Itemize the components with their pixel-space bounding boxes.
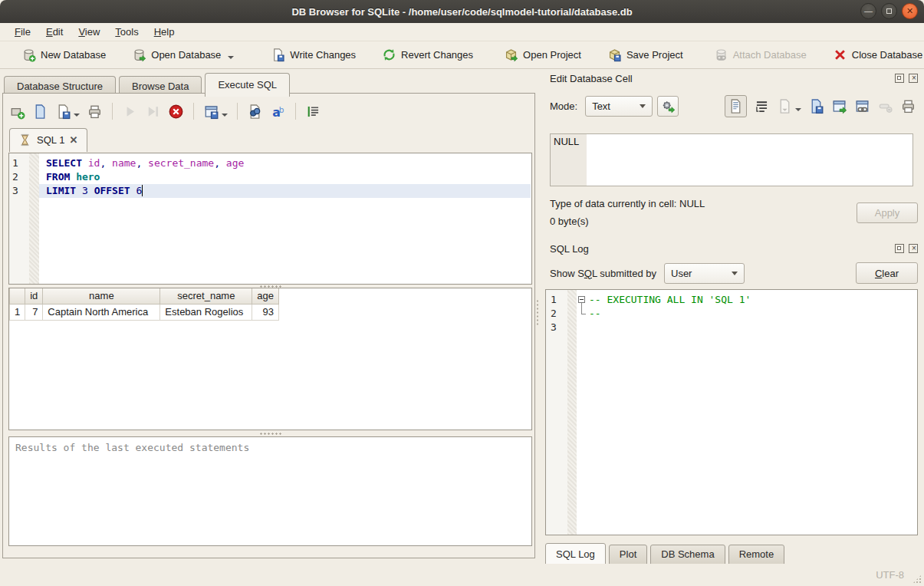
write-changes-button[interactable]: Write Changes xyxy=(263,44,363,66)
revert-changes-icon xyxy=(382,48,396,62)
dock-tab-sql-log[interactable]: SQL Log xyxy=(545,543,606,565)
table-cell[interactable]: Esteban Rogelios xyxy=(160,304,252,320)
format-sql-button[interactable] xyxy=(305,104,321,120)
sql-file-tab[interactable]: SQL 1 ✕ xyxy=(9,128,87,152)
fold-guide-line xyxy=(581,303,582,314)
menu-view[interactable]: View xyxy=(71,25,107,39)
log-filter-select[interactable]: User xyxy=(664,263,745,284)
save-as-button[interactable] xyxy=(808,98,824,114)
stop-execution-button[interactable] xyxy=(168,104,184,120)
execution-message-area[interactable]: Results of the last executed statements xyxy=(8,436,532,546)
cell-value-editor[interactable]: NULL xyxy=(550,133,913,186)
cell-value: NULL xyxy=(554,136,579,147)
mode-select[interactable]: Text xyxy=(585,96,653,117)
fold-collapse-icon[interactable] xyxy=(578,296,585,303)
close-database-button[interactable]: Close Database xyxy=(825,44,924,66)
dropdown-arrow-icon[interactable] xyxy=(228,56,234,59)
execute-sql-pane: ab SQL 1 ✕ 1SELECT id, name, secret_name… xyxy=(2,93,535,558)
open-database-button[interactable]: Open Database xyxy=(124,44,242,66)
log-fold-margin xyxy=(567,290,577,535)
tab-execute-sql[interactable]: Execute SQL xyxy=(205,73,290,97)
save-project-button[interactable]: Save Project xyxy=(600,44,691,66)
edit-cell-panel-header: Edit Database Cell × xyxy=(541,71,924,86)
open-in-external-app-button[interactable] xyxy=(657,96,679,117)
table-cell[interactable]: 7 xyxy=(25,304,43,320)
open-database-icon xyxy=(132,48,146,62)
sql-editor[interactable]: 1SELECT id, name, secret_name, age2FROM … xyxy=(8,153,532,285)
format-sql-icon xyxy=(305,104,321,120)
set-null-icon xyxy=(877,98,893,114)
vertical-splitter[interactable] xyxy=(536,299,539,325)
column-header-secret-name[interactable]: secret_name xyxy=(160,288,252,304)
dock-tab-db-schema[interactable]: DB Schema xyxy=(650,545,725,565)
print-sql-button[interactable] xyxy=(87,104,103,120)
line-number: 3 xyxy=(12,184,26,198)
menu-help[interactable]: Help xyxy=(147,25,182,39)
close-panel-icon[interactable]: × xyxy=(909,74,918,83)
print-cell-button[interactable] xyxy=(900,98,916,114)
new-database-button[interactable]: New Database xyxy=(14,44,113,66)
resize-grip[interactable] xyxy=(912,574,922,584)
save-sql-file-icon xyxy=(55,104,71,120)
column-header-id[interactable]: id xyxy=(25,288,43,304)
save-sql-file-button[interactable] xyxy=(55,104,80,120)
text-mode-icon xyxy=(728,98,744,114)
open-sql-file-button[interactable] xyxy=(32,104,48,120)
attach-database-button[interactable]: Attach Database xyxy=(706,44,814,66)
minimize-button[interactable]: ― xyxy=(860,3,876,19)
revert-changes-label: Revert Changes xyxy=(401,49,473,61)
auto-complete-button[interactable]: ab xyxy=(270,104,286,120)
float-panel-icon[interactable] xyxy=(895,244,904,253)
export-data-button[interactable] xyxy=(831,98,847,114)
copy-link-button[interactable] xyxy=(854,98,870,114)
menu-tools[interactable]: Tools xyxy=(108,25,145,39)
close-panel-icon[interactable]: × xyxy=(909,244,918,253)
export-data-icon xyxy=(831,98,847,114)
open-database-label: Open Database xyxy=(151,49,221,61)
text-mode-button[interactable] xyxy=(725,95,747,117)
apply-button[interactable]: Apply xyxy=(857,202,918,223)
new-sql-tab-button[interactable] xyxy=(9,104,25,120)
save-results-button[interactable] xyxy=(203,104,228,120)
table-cell[interactable]: 93 xyxy=(252,304,279,320)
save-project-icon xyxy=(607,48,622,62)
find-text-button[interactable] xyxy=(247,104,263,120)
sql-code-line: LIMIT 3 OFFSET 6 xyxy=(39,184,531,198)
write-changes-label: Write Changes xyxy=(290,49,356,61)
menu-edit[interactable]: Edit xyxy=(39,25,70,39)
dropdown-arrow-icon[interactable] xyxy=(222,114,228,117)
dropdown-arrow-icon[interactable] xyxy=(74,114,80,117)
open-project-button[interactable]: Open Project xyxy=(496,44,589,66)
sql-log-view[interactable]: 1-- EXECUTING ALL IN 'SQL 1'2--3 xyxy=(545,289,918,535)
close-database-icon xyxy=(833,48,847,62)
close-button[interactable]: ✕ xyxy=(902,3,918,19)
results-message-splitter[interactable] xyxy=(8,432,532,435)
execute-current-line-icon xyxy=(145,104,161,120)
attach-database-icon xyxy=(714,48,728,62)
find-text-icon xyxy=(247,104,263,120)
execute-all-button xyxy=(122,104,138,120)
sql-toolbar: ab xyxy=(9,100,321,122)
dock-tab-plot[interactable]: Plot xyxy=(609,545,647,565)
close-sql-tab-icon[interactable]: ✕ xyxy=(69,134,77,146)
open-project-label: Open Project xyxy=(523,49,581,61)
word-wrap-button[interactable] xyxy=(754,98,770,114)
clear-log-button[interactable]: Clear xyxy=(856,262,918,284)
column-header-age[interactable]: age xyxy=(252,288,279,304)
table-cell[interactable]: Captain North America xyxy=(43,304,160,320)
toolbar-separator xyxy=(112,103,113,120)
dock-tab-remote[interactable]: Remote xyxy=(728,545,785,565)
line-number: 1 xyxy=(551,293,564,307)
table-row[interactable]: 17Captain North AmericaEsteban Rogelios9… xyxy=(10,304,279,320)
new-database-label: New Database xyxy=(41,49,106,61)
log-filter-label: Show SQL submitted by xyxy=(550,268,656,279)
text-cursor xyxy=(142,185,143,196)
encoding-indicator[interactable]: UTF-8 xyxy=(876,569,904,581)
fold-guide-elbow xyxy=(581,314,586,314)
maximize-button[interactable] xyxy=(881,3,897,19)
menu-file[interactable]: File xyxy=(8,25,38,39)
column-header-name[interactable]: name xyxy=(43,288,160,304)
revert-changes-button[interactable]: Revert Changes xyxy=(374,44,481,66)
row-number-header[interactable] xyxy=(10,288,25,304)
float-panel-icon[interactable] xyxy=(895,74,904,83)
